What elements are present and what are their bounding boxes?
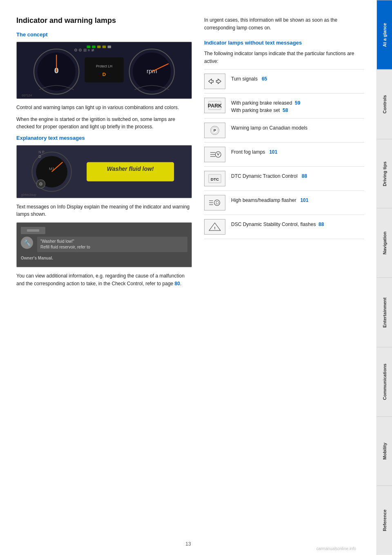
infodisplay-image: M1 N P D ⚙ Washer fluid low! g04ec2oup: [16, 145, 192, 198]
parking-set-page[interactable]: 58: [283, 107, 288, 113]
lamp-row-canadian: P Warning lamp on Canadian models: [204, 118, 364, 142]
sidebar-tab-at-a-glance[interactable]: At a glance: [377, 0, 392, 69]
sidebar-tab-mobility[interactable]: Mobility: [377, 416, 392, 486]
turn-signals-label: Turn signals: [231, 76, 258, 82]
explanatory-para1: Text messages on Info Display explain th…: [16, 203, 192, 218]
high-beams-label: High beams/headlamp flasher: [231, 197, 296, 203]
sidebar: At a glance Controls Driving tips Naviga…: [376, 0, 392, 555]
parking-released-label: With parking brake released: [231, 100, 292, 106]
sidebar-tab-driving-tips[interactable]: Driving tips: [377, 139, 392, 208]
cc-washer-icon: 🔧: [21, 237, 33, 249]
intro-text: In urgent cases, this information will b…: [204, 16, 364, 31]
dashboard-image: 0 rpm Protect LH ⚙ ⚙ ⊞ ≡ ≢: [16, 42, 192, 99]
sidebar-tab-reference[interactable]: Reference: [377, 486, 392, 555]
svg-text:⚙: ⚙: [39, 181, 43, 186]
turn-signal-icon-box: [204, 74, 225, 89]
sidebar-tab-entertainment[interactable]: Entertainment: [377, 278, 392, 347]
high-beams-page[interactable]: 101: [300, 197, 308, 203]
lamp-row-fog-lamps: Front fog lamps 101: [204, 142, 364, 166]
svg-text:g04ec2oup: g04ec2oup: [21, 193, 36, 197]
left-column: Indicator and warning lamps The concept …: [16, 16, 192, 291]
park-icon-box: PARK: [204, 98, 225, 113]
indicator-heading: Indicator lamps without text messages: [204, 40, 364, 46]
watermark: carmanualsonline.info: [316, 546, 356, 551]
dsc-icon-box: !: [204, 219, 225, 235]
dsc-text: DSC Dynamic Stability Control, flashes 8…: [231, 219, 324, 228]
svg-text:D: D: [102, 72, 106, 77]
dsc-label: DSC Dynamic Stability Control, flashes: [231, 222, 316, 227]
svg-rect-13: [92, 45, 95, 48]
svg-text:P: P: [214, 128, 216, 133]
svg-line-43: [218, 153, 219, 156]
concept-para2: When the engine is started or the igniti…: [16, 116, 192, 131]
concept-para1: Control and warning lamps can light up i…: [16, 104, 192, 112]
svg-marker-31: [209, 79, 214, 84]
turn-signals-page[interactable]: 65: [262, 76, 267, 82]
parking-set-label: With parking brake set: [231, 107, 280, 113]
svg-rect-16: [107, 45, 111, 48]
svg-line-42: [217, 153, 218, 156]
lamp-row-turn-signals: Turn signals 65: [204, 69, 364, 93]
lamp-row-parking-brake: PARK With parking brake released 59 With…: [204, 93, 364, 118]
dtc-page[interactable]: 88: [302, 173, 307, 179]
indicator-subtext: The following indicator lamps indicate t…: [204, 50, 364, 65]
cc-line1: "Washer fluid low!": [40, 239, 184, 244]
svg-rect-15: [102, 45, 106, 48]
svg-text:⚙ ⚙ ⊞ ≡ ≢: ⚙ ⚙ ⊞ ≡ ≢: [74, 48, 94, 52]
check-control-link[interactable]: 80: [175, 281, 180, 286]
cc-owner-text: Owner's Manual.: [21, 255, 53, 262]
explanatory-para2-text2: .: [180, 281, 181, 286]
explanatory-heading: Explanatory text messages: [16, 135, 192, 141]
svg-rect-12: [87, 45, 90, 48]
lamp-row-dsc: ! DSC Dynamic Stability Control, flashes…: [204, 215, 364, 239]
cc-main-row: 🔧 "Washer fluid low!" Refill fluid reser…: [21, 237, 187, 252]
dtc-label: DTC Dynamic Traction Control: [231, 173, 298, 179]
explanatory-para2: You can view additional information, e.g…: [16, 272, 192, 287]
cc-text-block: "Washer fluid low!" Refill fluid reservo…: [37, 237, 187, 252]
canadian-icon-box: P: [204, 123, 225, 138]
svg-marker-32: [216, 79, 221, 84]
svg-text:D: D: [39, 154, 41, 159]
lamp-row-high-beams: High beams/headlamp flasher 101: [204, 190, 364, 215]
svg-text:N P: N P: [39, 150, 45, 154]
concept-heading: The concept: [16, 31, 192, 38]
turn-signals-text: Turn signals 65: [231, 74, 267, 83]
dtc-text: DTC Dynamic Traction Control 88: [231, 171, 307, 180]
svg-text:!: !: [214, 226, 215, 231]
right-column: In urgent cases, this information will b…: [204, 16, 364, 291]
svg-text:PARK: PARK: [208, 103, 222, 109]
fog-lamps-label: Front fog lamps: [231, 149, 265, 155]
svg-text:DTC: DTC: [211, 177, 219, 181]
page-title: Indicator and warning lamps: [16, 16, 192, 25]
page-number: 13: [185, 541, 191, 547]
dtc-icon-box: DTC: [204, 171, 225, 186]
cc-line2: Refill fluid reservoir, refer to: [40, 244, 184, 250]
sidebar-tab-controls[interactable]: Controls: [377, 69, 392, 139]
fog-lamp-icon-box: [204, 147, 225, 162]
svg-rect-7: [85, 57, 124, 83]
dsc-page[interactable]: 88: [318, 222, 324, 227]
canadian-lamp-text: Warning lamp on Canadian models: [231, 123, 307, 132]
svg-rect-14: [97, 45, 100, 48]
svg-text:007124: 007124: [22, 94, 32, 97]
svg-point-41: [215, 152, 221, 157]
svg-text:Protect LH: Protect LH: [96, 64, 112, 68]
parking-brake-text: With parking brake released 59 With park…: [231, 98, 300, 114]
svg-point-49: [214, 200, 220, 206]
high-beam-icon-box: [204, 195, 225, 210]
explanatory-para2-text1: You can view additional information, e.g…: [16, 273, 185, 286]
sidebar-tab-communications[interactable]: Communications: [377, 347, 392, 416]
sidebar-tab-navigation[interactable]: Navigation: [377, 208, 392, 278]
svg-text:Washer fluid low!: Washer fluid low!: [107, 166, 154, 172]
fog-lamps-text: Front fog lamps 101: [231, 147, 277, 156]
cc-top-bar: [21, 227, 45, 234]
lamp-row-dtc: DTC DTC Dynamic Traction Control 88: [204, 166, 364, 190]
high-beams-text: High beams/headlamp flasher 101: [231, 195, 308, 204]
parking-released-page[interactable]: 59: [295, 100, 300, 106]
checkcontrol-image: 🔧 "Washer fluid low!" Refill fluid reser…: [16, 222, 192, 267]
fog-lamps-page[interactable]: 101: [269, 149, 277, 155]
